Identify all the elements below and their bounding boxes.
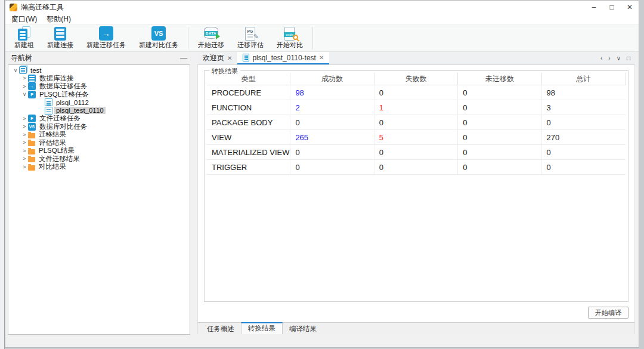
cell-total: 98	[542, 85, 626, 100]
tree-expander-icon[interactable]: >	[21, 164, 28, 170]
tree-item-label: test	[29, 67, 44, 74]
window-controls: – □ ✕	[585, 1, 639, 14]
bottom-tab[interactable]: 转换结果	[241, 322, 283, 334]
new-group-button[interactable]: 新建组	[8, 25, 41, 51]
tree-item-icon: F	[28, 115, 36, 122]
tree-expander-icon[interactable]: >	[21, 140, 28, 146]
tree-item[interactable]: > 文件迁移结果	[8, 155, 190, 163]
tree-item[interactable]: > 迁移结果	[8, 131, 190, 139]
tab-list-dropdown-icon[interactable]: ∨	[617, 55, 621, 61]
start-compare-icon: code	[281, 26, 299, 39]
navigation-panel-header: 导航树 —	[5, 52, 193, 64]
bottom-tab[interactable]: 任务概述	[200, 323, 241, 334]
tree-item-icon	[45, 107, 52, 115]
tree-expander-icon[interactable]: >	[21, 75, 28, 81]
cell-success: 0	[290, 160, 374, 175]
tree-item[interactable]: > VS 数据库对比任务	[8, 123, 190, 131]
tree-item[interactable]: ∨ P PLSQL迁移任务	[8, 91, 190, 99]
new-connection-button[interactable]: 新建连接	[41, 25, 80, 51]
table-row[interactable]: MATERIALIZED VIEW 0 0 0 0	[207, 145, 626, 160]
tree-item[interactable]: > F 文件迁移任务	[8, 115, 190, 123]
table-header-cell[interactable]: 类型	[207, 73, 290, 85]
menu-item[interactable]: 窗口(W)	[7, 14, 42, 25]
table-header-cell[interactable]: 成功数	[290, 73, 374, 85]
tab-scroll-right-icon[interactable]: ›	[608, 55, 610, 61]
new-migration-task-icon: →	[97, 26, 115, 39]
magnifier-icon	[293, 35, 298, 40]
tab-label: plsql_test_0110-test	[252, 54, 316, 62]
tree-item[interactable]: > 数据库连接	[8, 75, 190, 83]
tree-item-icon	[28, 133, 35, 138]
cell-type: MATERIALIZED VIEW	[207, 145, 290, 160]
new-compare-task-button[interactable]: VS 新建对比任务	[132, 25, 185, 51]
bottom-tab[interactable]: 编译结果	[283, 323, 323, 334]
tree-expander-icon[interactable]: >	[21, 116, 28, 122]
menu-item[interactable]: 帮助(H)	[42, 14, 76, 25]
tab-scroll-left-icon[interactable]: ‹	[600, 55, 602, 61]
cell-success: 2	[290, 100, 374, 115]
tab-label: 欢迎页	[203, 53, 224, 63]
table-row[interactable]: PROCEDURE 98 0 0 98	[207, 85, 626, 100]
tree-item-icon: →	[28, 82, 36, 90]
menubar: 窗口(W) 帮助(H)	[5, 14, 639, 25]
tab-welcome[interactable]: 欢迎页 ✕	[197, 52, 237, 64]
cell-type: FUNCTION	[207, 100, 290, 115]
app-logo-icon	[10, 4, 17, 11]
start-compare-button[interactable]: code 开始对比	[270, 25, 309, 51]
table-row[interactable]: FUNCTION 2 1 0 3	[207, 100, 626, 115]
tree-item[interactable]: > 评估结果	[8, 139, 190, 147]
panel-minimize-icon[interactable]: —	[180, 54, 187, 62]
table-row[interactable]: PACKAGE BODY 0 0 0 0	[207, 115, 626, 130]
toolbar: 新建组 新建连接 → 新建迁移任务 VS 新建对比任务 DATA 开始迁移 PG…	[5, 25, 639, 52]
tree-expander-icon[interactable]: >	[21, 156, 28, 162]
table-header-row: 类型 成功数 失败数 未迁移数 总计	[207, 73, 626, 85]
tree-expander-icon[interactable]: ∨	[21, 91, 28, 97]
tree-item[interactable]: > → 数据库迁移任务	[8, 82, 190, 91]
cell-unmigrated: 0	[458, 85, 541, 100]
maximize-button[interactable]: □	[603, 1, 621, 14]
minimize-button[interactable]: –	[585, 1, 603, 14]
editor-tab-bar: 欢迎页 ✕ plsql_test_0110-test ✕ ‹ › ∨ □	[197, 52, 635, 65]
tree-item[interactable]: ∨ test	[8, 66, 190, 75]
new-migration-task-button[interactable]: → 新建迁移任务	[80, 25, 132, 51]
table-header-cell[interactable]: 总计	[542, 73, 626, 85]
tree-item[interactable]: > 对比结果	[8, 163, 190, 171]
tree-item-label: plsql_test_0110	[54, 107, 106, 114]
table-header-cell[interactable]: 未迁移数	[458, 73, 541, 85]
tree-item-icon	[28, 75, 36, 82]
migration-assess-button[interactable]: PG ✎ 迁移评估	[231, 25, 270, 51]
start-migration-button[interactable]: DATA 开始迁移	[191, 25, 231, 51]
tree-expander-icon[interactable]: >	[21, 123, 28, 129]
cell-failed: 1	[374, 100, 458, 115]
tab-close-icon[interactable]: ✕	[227, 55, 232, 61]
cell-failed: 0	[374, 115, 458, 130]
cell-total: 0	[542, 160, 626, 175]
cell-success: 98	[290, 85, 374, 100]
tree-expander-icon[interactable]: >	[21, 84, 28, 89]
tab-maximize-icon[interactable]: □	[627, 55, 630, 61]
tree-item[interactable]: plsql_0112	[8, 98, 190, 107]
tree-expander-icon[interactable]: >	[21, 132, 28, 138]
cell-failed: 5	[374, 130, 458, 145]
tree-expander-icon[interactable]: ∨	[12, 67, 19, 73]
tree-expander-icon[interactable]: >	[21, 148, 28, 154]
conversion-result-table: 类型 成功数 失败数 未迁移数 总计 PROCEDURE	[207, 73, 626, 175]
tab-close-icon[interactable]: ✕	[319, 54, 324, 61]
cell-total: 3	[542, 100, 626, 115]
cell-unmigrated: 0	[458, 160, 541, 175]
table-row[interactable]: TRIGGER 0 0 0 0	[207, 160, 626, 175]
cell-success: 0	[290, 115, 374, 130]
close-button[interactable]: ✕	[621, 1, 639, 14]
table-row[interactable]: VIEW 265 5 0 270	[207, 130, 626, 145]
tree-item[interactable]: plsql_test_0110	[8, 107, 190, 115]
table-header-cell[interactable]: 失败数	[374, 73, 458, 85]
cell-unmigrated: 0	[458, 115, 541, 130]
tree-item-icon	[28, 149, 35, 155]
result-content: 转换结果 类型 成功数 失败数 未迁移数 总计	[197, 65, 635, 322]
tab-plsql-test[interactable]: plsql_test_0110-test ✕	[237, 52, 329, 64]
cell-type: PROCEDURE	[207, 85, 290, 100]
tree-item[interactable]: > PLSQL结果	[8, 147, 190, 155]
editor-panel: 欢迎页 ✕ plsql_test_0110-test ✕ ‹ › ∨ □ 转换结…	[197, 52, 635, 334]
start-compile-button[interactable]: 开始编译	[588, 307, 628, 319]
cell-failed: 0	[374, 85, 458, 100]
